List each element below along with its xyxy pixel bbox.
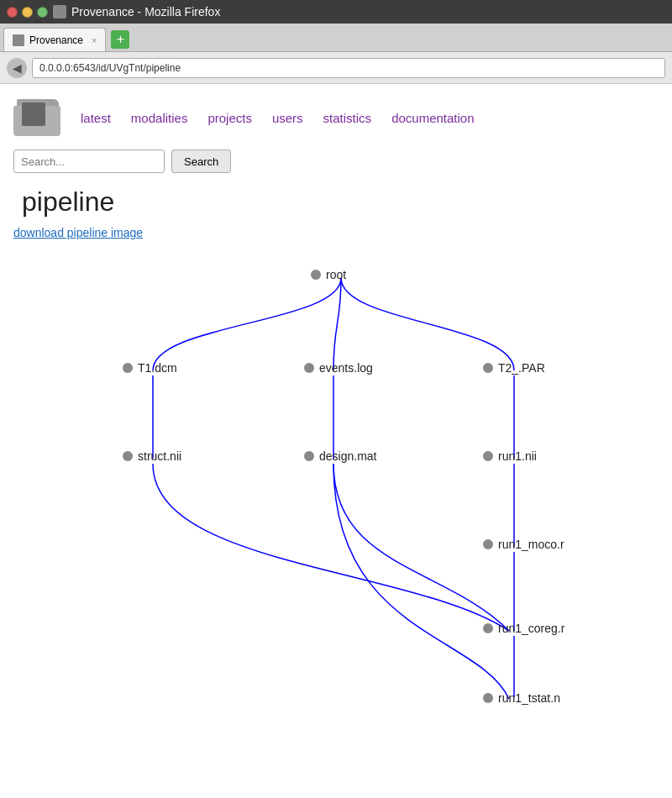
node-label-run1tstatn: run1_tstat.n [498, 691, 560, 705]
window-controls[interactable] [7, 7, 48, 18]
node-dot-eventslog [304, 363, 314, 373]
pipeline-graph: root T1.dcm events.log T2_.PAR struct.ni… [42, 248, 630, 718]
node-designmat: design.mat [304, 449, 376, 463]
tab-close-button[interactable]: × [92, 35, 97, 45]
nav-latest[interactable]: latest [81, 111, 111, 125]
main-nav: latest modalities projects users statist… [81, 111, 475, 125]
site-header: latest modalities projects users statist… [13, 92, 659, 143]
node-dot-structnii [123, 451, 133, 461]
new-tab-button[interactable]: + [111, 30, 129, 49]
node-dot-t2par [483, 363, 493, 373]
nav-users[interactable]: users [272, 111, 303, 125]
nav-projects[interactable]: projects [207, 111, 252, 125]
minimize-button[interactable] [22, 7, 33, 18]
node-dot-run1mocor [483, 539, 493, 549]
maximize-button[interactable] [37, 7, 48, 18]
node-root: root [311, 268, 346, 281]
node-run1tstatn: run1_tstat.n [483, 691, 560, 705]
node-t1dcm: T1.dcm [123, 361, 177, 375]
nav-modalities[interactable]: modalities [131, 111, 188, 125]
pipeline-svg [42, 248, 630, 718]
node-dot-run1tstatn [483, 693, 493, 703]
node-t2par: T2_.PAR [483, 361, 545, 375]
node-label-run1mocor: run1_moco.r [498, 538, 564, 551]
browser-icon [53, 5, 66, 18]
tab-label: Provenance [29, 34, 83, 46]
active-tab[interactable]: Provenance × [3, 28, 106, 51]
node-label-eventslog: events.log [319, 361, 373, 375]
addressbar: ◀ 0.0.0.0:6543/id/UVgTnt/pipeline [0, 52, 672, 84]
url-text: 0.0.0.0:6543/id/UVgTnt/pipeline [39, 62, 181, 74]
window-title: Provenance - Mozilla Firefox [71, 5, 220, 18]
back-button[interactable]: ◀ [7, 58, 27, 78]
node-structnii: struct.nii [123, 449, 181, 463]
node-run1coregr: run1_coreg.r [483, 622, 564, 635]
node-label-root: root [326, 268, 346, 281]
node-run1mocor: run1_moco.r [483, 538, 564, 551]
node-label-t1dcm: T1.dcm [138, 361, 177, 375]
page-content: latest modalities projects users statist… [0, 84, 672, 798]
titlebar: Provenance - Mozilla Firefox [0, 0, 672, 24]
close-button[interactable] [7, 7, 18, 18]
node-dot-designmat [304, 451, 314, 461]
search-button[interactable]: Search [171, 150, 231, 173]
node-run1nii: run1.nii [483, 449, 537, 463]
node-label-designmat: design.mat [319, 449, 376, 463]
node-label-t2par: T2_.PAR [498, 361, 545, 375]
node-label-run1coregr: run1_coreg.r [498, 622, 564, 635]
site-logo [13, 92, 64, 143]
nav-documentation[interactable]: documentation [391, 111, 474, 125]
node-dot-root [311, 270, 321, 280]
search-bar: Search [13, 150, 659, 173]
tab-favicon [13, 34, 24, 46]
search-input[interactable] [13, 150, 165, 173]
node-label-run1nii: run1.nii [498, 449, 537, 463]
download-pipeline-link[interactable]: download pipeline image [13, 226, 143, 239]
node-eventslog: events.log [304, 361, 373, 375]
nav-statistics[interactable]: statistics [323, 111, 372, 125]
address-field[interactable]: 0.0.0.0:6543/id/UVgTnt/pipeline [32, 58, 665, 78]
tabbar: Provenance × + [0, 24, 672, 52]
node-dot-t1dcm [123, 363, 133, 373]
page-title: pipeline [13, 186, 659, 218]
node-label-structnii: struct.nii [138, 449, 181, 463]
logo-photo [22, 102, 45, 126]
node-dot-run1coregr [483, 623, 493, 633]
node-dot-run1nii [483, 451, 493, 461]
